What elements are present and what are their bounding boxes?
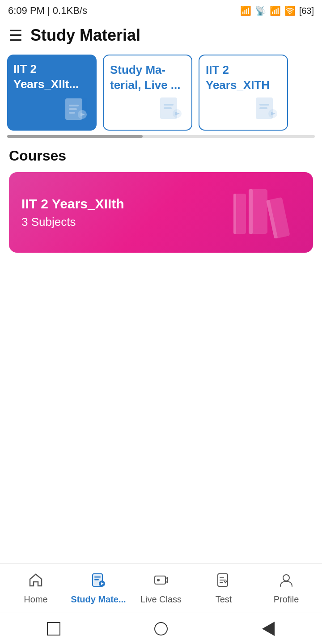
- wifi-icon: 📡: [255, 5, 266, 16]
- svg-rect-3: [69, 112, 75, 114]
- course-name-0: IIT 2 Years_XIIth: [21, 196, 124, 212]
- tab-card-1[interactable]: Study Ma-terial, Live ...: [103, 55, 192, 131]
- status-bar: 6:09 PM | 0.1KB/s 📶 📡 📶 🛜 [63]: [0, 0, 322, 21]
- tab-card-label-0: IIT 2 Years_XIIt...: [13, 62, 90, 92]
- wifi2-icon: 🛜: [284, 5, 296, 16]
- courses-section: Courses IIT 2 Years_XIIth 3 Subjects: [0, 138, 322, 260]
- nav-item-test[interactable]: Test: [192, 572, 255, 605]
- svg-rect-2: [69, 108, 77, 110]
- nav-label-profile: Profile: [274, 594, 299, 605]
- doc-icon-2: [252, 95, 281, 125]
- svg-rect-8: [164, 107, 172, 109]
- course-card-0[interactable]: IIT 2 Years_XIIth 3 Subjects: [9, 172, 313, 253]
- nav-item-live[interactable]: Live Class: [130, 572, 192, 605]
- svg-rect-19: [249, 189, 253, 234]
- nav-item-home[interactable]: Home: [4, 572, 67, 605]
- svg-rect-1: [69, 105, 79, 106]
- svg-rect-23: [94, 576, 101, 578]
- home-icon: [28, 572, 44, 592]
- header: ☰ Study Material: [0, 21, 322, 51]
- nav-item-study[interactable]: Study Mate...: [67, 572, 130, 605]
- doc-icon-0: [62, 96, 90, 126]
- tab-card-2[interactable]: IIT 2 Years_XITH: [199, 55, 288, 131]
- tab-card-label-1: Study Ma-terial, Live ...: [110, 63, 185, 93]
- svg-point-29: [157, 579, 160, 581]
- tabs-scroll: IIT 2 Years_XIIt... Study Ma-terial, Liv…: [0, 51, 322, 131]
- scroll-indicator: [7, 135, 315, 138]
- sys-square-btn[interactable]: [45, 620, 62, 637]
- tab-card-0[interactable]: IIT 2 Years_XIIt...: [7, 55, 97, 131]
- svg-rect-27: [155, 576, 165, 584]
- system-bar: [0, 613, 322, 644]
- svg-rect-13: [259, 107, 267, 109]
- nav-label-live: Live Class: [140, 594, 182, 605]
- nav-item-profile[interactable]: Profile: [255, 572, 318, 605]
- svg-rect-17: [233, 194, 236, 234]
- nav-label-home: Home: [24, 594, 47, 605]
- svg-rect-7: [164, 104, 174, 106]
- battery-icon: [63]: [299, 6, 314, 16]
- profile-icon: [278, 572, 294, 592]
- doc-icon-1: [157, 95, 185, 125]
- nav-label-study: Study Mate...: [71, 594, 126, 605]
- signal-icon: 📶: [240, 5, 251, 16]
- live-icon: [153, 572, 169, 592]
- books-icon: [229, 185, 301, 240]
- status-icons: 📶 📡 📶 🛜 [63]: [240, 5, 314, 16]
- test-icon: [216, 572, 232, 592]
- home-system-icon: [154, 622, 168, 636]
- courses-label: Courses: [9, 148, 313, 164]
- svg-point-31: [283, 575, 289, 581]
- svg-rect-12: [259, 104, 269, 106]
- sys-home-btn[interactable]: [153, 620, 169, 637]
- bottom-nav: Home Study Mate... Live Class: [0, 564, 322, 613]
- course-card-text-0: IIT 2 Years_XIIth 3 Subjects: [21, 196, 124, 229]
- svg-rect-24: [94, 579, 99, 580]
- svg-marker-28: [165, 577, 168, 583]
- back-icon: [262, 622, 275, 636]
- status-time: 6:09 PM | 0.1KB/s: [8, 5, 87, 17]
- course-subjects-0: 3 Subjects: [21, 215, 124, 229]
- nav-label-test: Test: [216, 594, 232, 605]
- page-title: Study Material: [30, 26, 140, 45]
- recent-apps-icon: [47, 622, 60, 636]
- scroll-thumb: [7, 135, 143, 138]
- tab-card-label-2: IIT 2 Years_XITH: [206, 63, 281, 93]
- sys-back-btn[interactable]: [260, 620, 277, 637]
- hamburger-icon[interactable]: ☰: [9, 28, 22, 43]
- signal2-icon: 📶: [270, 5, 281, 16]
- study-icon: [90, 572, 106, 592]
